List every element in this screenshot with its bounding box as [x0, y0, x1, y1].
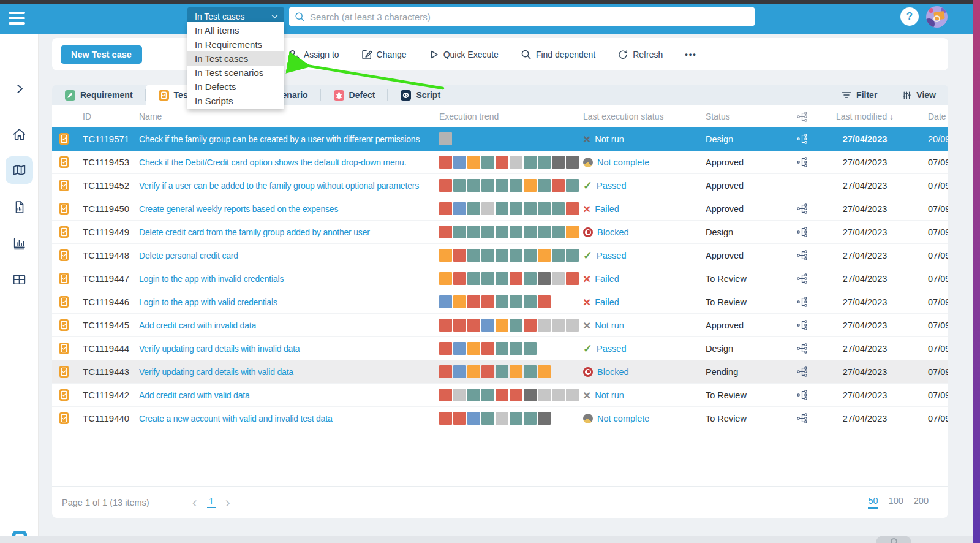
table-row[interactable]: TC1119571Check if the family group can b…: [52, 127, 948, 151]
last-execution-status[interactable]: Blocked: [583, 367, 706, 377]
table-row[interactable]: TC1119445Add credit card with invalid da…: [52, 314, 948, 337]
user-avatar[interactable]: [926, 6, 948, 28]
tab-defect[interactable]: Defect: [321, 85, 388, 105]
change-button[interactable]: Change: [361, 49, 407, 60]
next-page-icon[interactable]: ›: [225, 496, 230, 509]
last-execution-status[interactable]: ×Not run: [583, 390, 706, 401]
column-header-date[interactable]: Date: [905, 112, 948, 121]
table-row[interactable]: TC1119442Add credit card with valid data…: [52, 384, 948, 407]
table-row[interactable]: TC1119448Delete personal credit card✓Pas…: [52, 244, 948, 267]
dependency-icon[interactable]: [779, 296, 825, 308]
table-row[interactable]: TC1119450Create general weekly reports b…: [52, 197, 948, 221]
last-execution-status[interactable]: Not complete: [583, 158, 706, 167]
last-execution-status[interactable]: ×Failed: [583, 273, 706, 284]
page-size-50[interactable]: 50: [868, 496, 878, 509]
last-execution-status[interactable]: ×Failed: [583, 297, 706, 308]
more-button[interactable]: •••: [685, 50, 697, 59]
table-row[interactable]: TC1119446Login to the app with valid cre…: [52, 290, 948, 314]
dependency-icon[interactable]: [779, 273, 825, 284]
test-case-name-link[interactable]: Verify updating card details with valid …: [139, 367, 439, 377]
table-row[interactable]: TC1119444Verify updating card details wi…: [52, 337, 948, 360]
column-header-id[interactable]: ID: [78, 112, 139, 121]
column-header-name[interactable]: Name: [139, 112, 439, 121]
test-case-name-link[interactable]: Add credit card with invalid data: [139, 321, 439, 330]
dependency-icon[interactable]: [779, 226, 825, 238]
previous-page-icon[interactable]: ‹: [192, 496, 197, 509]
dependency-icon[interactable]: [779, 156, 825, 168]
dependency-icon[interactable]: [779, 343, 825, 354]
page-size-100[interactable]: 100: [889, 496, 903, 509]
expand-sidebar-icon[interactable]: [0, 82, 39, 96]
assign-to-button[interactable]: Assign to: [288, 49, 339, 60]
table-row[interactable]: TC1119447Login to the app with invalid c…: [52, 267, 948, 290]
test-case-name-link[interactable]: Login to the app with valid credentials: [139, 297, 439, 307]
search-input[interactable]: [310, 12, 755, 22]
scope-menu-item[interactable]: In All items: [187, 23, 284, 37]
scope-menu-item[interactable]: In Test cases: [187, 51, 284, 66]
test-case-name-link[interactable]: Verify updating card details with invali…: [139, 344, 439, 354]
project-map-icon[interactable]: [0, 163, 39, 178]
last-execution-status[interactable]: ✓Passed: [583, 250, 706, 261]
test-case-name-link[interactable]: Add credit card with valid data: [139, 390, 439, 400]
scope-menu-item[interactable]: In Scripts: [187, 94, 284, 108]
test-case-name-link[interactable]: Delete credit card from the family group…: [139, 227, 439, 237]
table-row[interactable]: TC1119453Check if the Debit/Credit card …: [52, 151, 948, 174]
column-header-dependencies[interactable]: [779, 111, 825, 123]
last-execution-status[interactable]: ×Failed: [583, 203, 706, 215]
last-execution-status[interactable]: ✓Passed: [583, 343, 706, 354]
current-page-button[interactable]: 1: [207, 496, 216, 508]
settings-gear-icon[interactable]: [876, 536, 911, 543]
page-size-200[interactable]: 200: [914, 496, 929, 509]
table-row[interactable]: TC1119449Delete credit card from the fam…: [52, 221, 948, 244]
scope-menu-item[interactable]: In Defects: [187, 80, 284, 94]
dependency-icon[interactable]: [779, 366, 825, 378]
analytics-chart-icon[interactable]: [0, 236, 39, 251]
test-case-name-link[interactable]: Create general weekly reports based on t…: [139, 204, 439, 214]
last-execution-status[interactable]: ✓Passed: [583, 180, 706, 191]
grid-view-icon[interactable]: [0, 272, 39, 287]
last-execution-status[interactable]: ×Not run: [583, 320, 706, 331]
dependency-icon[interactable]: [779, 412, 825, 424]
new-test-case-button[interactable]: New Test case: [61, 45, 142, 64]
tab-requirement[interactable]: Requirement: [52, 85, 146, 105]
last-modified-date: 27/04/2023: [825, 390, 905, 400]
dependency-icon[interactable]: [779, 203, 825, 215]
scope-menu-item[interactable]: In Test scenarios: [187, 66, 284, 80]
test-case-name-link[interactable]: Delete personal credit card: [139, 251, 439, 260]
find-dependent-button[interactable]: Find dependent: [521, 49, 595, 60]
view-button[interactable]: View: [902, 90, 936, 100]
tab-script[interactable]: Script: [388, 85, 453, 105]
table-row[interactable]: TC1119452Verify if a user can be added t…: [52, 174, 948, 197]
report-document-icon[interactable]: [0, 200, 39, 215]
trend-square-teal: [538, 226, 551, 238]
quick-execute-button[interactable]: Quick Execute: [429, 49, 499, 60]
help-button[interactable]: ?: [900, 7, 919, 26]
trend-square-red: [453, 412, 466, 425]
table-row[interactable]: TC1119440Create a new account with valid…: [52, 407, 948, 430]
last-execution-status[interactable]: Blocked: [583, 227, 706, 237]
last-execution-status[interactable]: ×Not run: [583, 134, 706, 145]
column-header-status[interactable]: Status: [706, 112, 779, 121]
last-execution-status[interactable]: Not complete: [583, 414, 706, 423]
dependency-icon[interactable]: [779, 389, 825, 401]
test-case-name-link[interactable]: Login to the app with invalid credential…: [139, 274, 439, 284]
dependency-icon[interactable]: [779, 249, 825, 261]
test-case-name-link[interactable]: Create a new account with valid and inva…: [139, 414, 439, 423]
column-header-last-execution-status[interactable]: Last execution status: [583, 112, 706, 121]
trend-square-teal: [510, 179, 522, 192]
test-case-name-link[interactable]: Check if the Debit/Credit card option sh…: [139, 158, 439, 167]
scope-menu-item[interactable]: In Requirements: [187, 37, 284, 51]
test-case-name-link[interactable]: Check if the family group can be created…: [139, 134, 439, 144]
refresh-button[interactable]: Refresh: [617, 49, 663, 60]
test-case-icon: [58, 389, 78, 401]
column-header-last-modified[interactable]: Last modified ↓: [825, 112, 905, 121]
column-header-execution-trend[interactable]: Execution trend: [439, 112, 583, 121]
test-case-name-link[interactable]: Verify if a user can be added to the fam…: [139, 181, 439, 191]
hamburger-menu-icon[interactable]: [9, 12, 25, 26]
home-icon[interactable]: [0, 127, 39, 142]
trend-square-teal: [481, 412, 494, 425]
dependency-icon[interactable]: [779, 319, 825, 331]
dependency-icon[interactable]: [779, 133, 825, 145]
filter-button[interactable]: Filter: [842, 90, 877, 100]
table-row[interactable]: TC1119443Verify updating card details wi…: [52, 360, 948, 384]
